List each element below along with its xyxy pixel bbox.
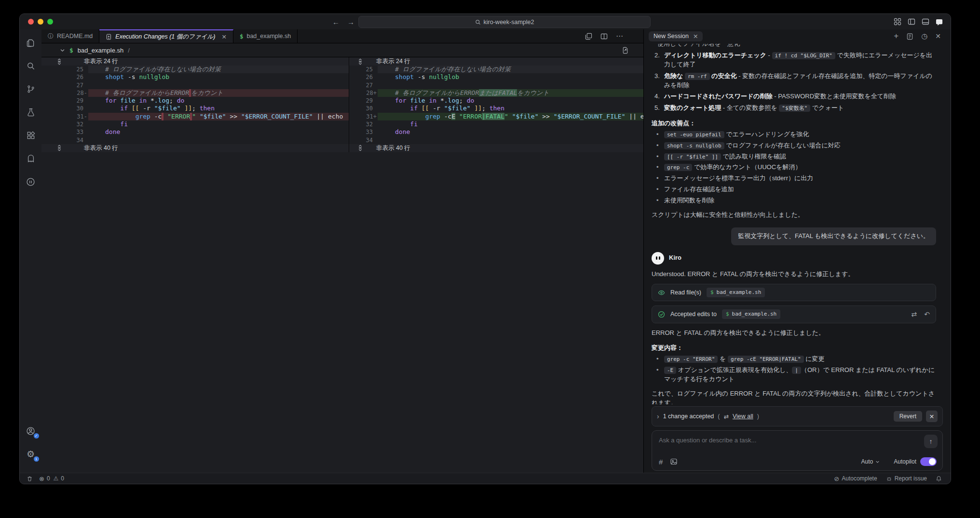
diff-line-26: 26shopt -s nullglob — [349, 73, 643, 81]
file-chip[interactable]: $bad_example.sh — [722, 309, 780, 319]
diff-pane-original: 非表示 24 行25# ログファイルが存在しない場合の対策26shopt -s … — [41, 57, 349, 152]
diff-line-31: 31+ grep -cE "ERROR|FATAL" "$file" >> "$… — [349, 113, 643, 120]
task-list-icon[interactable] — [906, 33, 913, 40]
tool-card-read-files[interactable]: Read file(s)$bad_example.sh — [652, 284, 936, 301]
unfold-icon[interactable] — [357, 145, 364, 151]
diff-line-33: 33done — [41, 128, 349, 136]
inline-code: | — [792, 367, 801, 374]
project-search-box[interactable]: kiro-week-sample2 — [358, 16, 651, 28]
hidden-lines-row[interactable]: 非表示 40 行 — [349, 144, 643, 152]
revert-button[interactable]: Revert — [894, 411, 922, 422]
warnings-indicator[interactable]: ⚠ 0 — [54, 475, 64, 482]
compare-changes-icon[interactable]: ⇄ — [912, 309, 917, 319]
diff-line-27: 27 — [41, 81, 349, 89]
trash-icon[interactable] — [27, 476, 33, 482]
diff-file-icon — [106, 34, 112, 40]
autocomplete-status[interactable]: ⊘ Autocomplete — [834, 475, 877, 482]
warning-icon: ⚠ — [54, 475, 59, 482]
model-mode-select[interactable]: Auto — [861, 458, 880, 465]
changes-accepted-bar[interactable]: › 1 change accepted ( ⇄ View all ) Rever… — [652, 406, 943, 426]
context-hash-icon[interactable]: # — [659, 458, 663, 466]
titlebar: ← → kiro-week-sample2 — [20, 14, 951, 30]
tab-bad-example[interactable]: $ bad_example.sh — [233, 29, 298, 43]
unfold-icon[interactable] — [357, 58, 364, 65]
chat-input[interactable] — [658, 436, 897, 444]
send-button[interactable]: ↑ — [924, 435, 938, 448]
search-panel-icon[interactable] — [24, 59, 38, 73]
file-chip[interactable]: $bad_example.sh — [707, 288, 765, 297]
autopilot-toggle[interactable] — [920, 457, 937, 466]
chevron-down-icon — [875, 460, 880, 464]
bell-icon[interactable] — [936, 476, 942, 482]
ordered-list-item: 2.ディレクトリ移動のエラーチェック - if ! cd "$LOG_DIR" … — [654, 51, 936, 69]
account-check-badge: ✓ — [34, 433, 39, 438]
tool-card-accepted-edits[interactable]: Accepted edits to$bad_example.sh⇄↶ — [652, 305, 936, 323]
record-pause-icon[interactable] — [24, 175, 38, 188]
explorer-icon[interactable] — [24, 36, 38, 50]
split-layout-icon[interactable] — [600, 33, 608, 40]
panel-bottom-icon[interactable] — [922, 18, 929, 26]
chat-session-tab[interactable]: New Session ✕ — [649, 31, 703, 41]
kiro-ghost-icon[interactable] — [24, 152, 38, 165]
undo-edits-icon[interactable]: ↶ — [924, 309, 930, 319]
inline-code: set -euo pipefail — [664, 131, 724, 138]
diff-line-29: 29for file in *.log; do — [349, 97, 643, 105]
nav-forward-icon[interactable]: → — [347, 18, 354, 26]
diff-line-33: 33done — [349, 128, 643, 136]
chat-panel: New Session ✕ + ◷ ✕ 使用してファイル名を一意化2.ディレクト… — [644, 29, 951, 473]
source-control-icon[interactable] — [24, 82, 38, 96]
assistant-paragraph: これで、ログファイル内の ERROR と FATAL の両方の文字列が検出され、… — [652, 389, 936, 404]
zoom-window-button[interactable] — [47, 19, 53, 25]
tab-readme[interactable]: ⓘ README.md — [41, 29, 99, 43]
bullet-list-item: •エラーメッセージを標準エラー出力（stderr）に出力 — [656, 174, 936, 183]
bug-icon — [886, 476, 892, 482]
close-tab-icon[interactable]: ✕ — [221, 33, 226, 40]
diff-pane-modified: 非表示 24 行25# ログファイルが存在しない場合の対策26shopt -s … — [349, 57, 643, 152]
traffic-lights — [20, 19, 53, 25]
minimize-window-button[interactable] — [38, 19, 43, 25]
history-icon[interactable]: ◷ — [921, 32, 927, 40]
inline-code: grep -c — [664, 164, 692, 171]
shell-file-icon: $ — [240, 33, 244, 40]
view-all-link[interactable]: View all — [733, 413, 753, 420]
chevron-down-icon[interactable] — [60, 48, 65, 53]
diff-line-31: 31- grep -c "ERROR" "$file" >> "$ERROR_C… — [41, 113, 349, 120]
split-editor-icon[interactable] — [585, 33, 592, 40]
nav-back-icon[interactable]: ← — [332, 18, 340, 26]
diff-file-path: / — [128, 47, 130, 54]
errors-indicator[interactable]: ⊗ 0 — [39, 475, 50, 482]
chevron-right-icon[interactable]: › — [657, 412, 659, 420]
bullet-list-item: •grep -c で効率的なカウント（UUOCを解消） — [656, 163, 936, 172]
chat-bubble-icon[interactable] — [936, 18, 943, 26]
open-file-icon[interactable] — [622, 47, 629, 54]
chat-input-box[interactable]: ↑ # Auto Autopilot — [652, 430, 943, 471]
close-panel-icon[interactable]: ✕ — [935, 32, 941, 40]
inline-code: [[ -r "$file" ]] — [664, 153, 721, 160]
dismiss-accepted-icon[interactable]: ✕ — [926, 411, 938, 422]
test-flask-icon[interactable] — [24, 106, 38, 119]
diff-line-25: 25# ログファイルが存在しない場合の対策 — [41, 66, 349, 73]
unfold-icon[interactable] — [56, 58, 63, 65]
hidden-lines-row[interactable]: 非表示 40 行 — [41, 144, 349, 152]
report-issue[interactable]: Report issue — [886, 475, 927, 482]
layout-grid-icon[interactable] — [894, 18, 901, 26]
close-session-icon[interactable]: ✕ — [693, 33, 698, 40]
attach-image-icon[interactable] — [670, 458, 678, 465]
settings-gear-icon[interactable]: ⚙ 1 — [24, 447, 38, 461]
unfold-icon[interactable] — [56, 145, 63, 151]
hidden-lines-row[interactable]: 非表示 24 行 — [349, 57, 643, 66]
diff-line-28: 28+# 各ログファイルからERRORまたはFATALをカウント — [349, 89, 643, 97]
diff-file-name[interactable]: bad_example.sh — [78, 47, 123, 54]
new-session-icon[interactable]: + — [894, 31, 898, 41]
error-icon: ⊗ — [39, 475, 44, 482]
more-actions-icon[interactable]: ⋯ — [616, 32, 623, 40]
tab-execution-changes[interactable]: Execution Changes (1 個のファイル) ✕ — [99, 29, 233, 43]
assistant-paragraph: ERROR と FATAL の両方を検出できるように修正しました。 — [652, 329, 936, 338]
account-icon[interactable]: ✓ — [24, 424, 38, 438]
inline-code: -E — [664, 367, 676, 374]
panel-left-icon[interactable] — [908, 18, 915, 26]
kiro-avatar — [652, 252, 664, 265]
extensions-icon[interactable] — [24, 129, 38, 142]
close-window-button[interactable] — [28, 19, 34, 25]
hidden-lines-row[interactable]: 非表示 24 行 — [41, 57, 349, 66]
